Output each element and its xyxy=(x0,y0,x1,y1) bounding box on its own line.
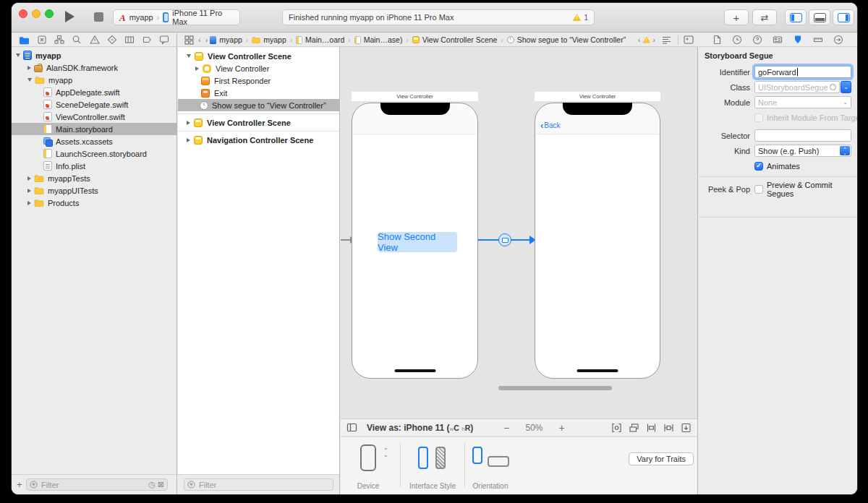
next-issue-icon[interactable]: › xyxy=(652,35,655,44)
outline-toggle-icon[interactable] xyxy=(346,423,357,432)
class-field[interactable]: UIStoryboardSegue xyxy=(754,81,840,93)
editor-swap-button[interactable]: ⇄ xyxy=(752,9,777,25)
file-row[interactable]: Assets.xcassets xyxy=(12,135,176,147)
warning-count[interactable]: 1 xyxy=(584,14,588,22)
connections-inspector-icon[interactable] xyxy=(833,35,843,45)
interface-style-light-icon[interactable] xyxy=(418,447,428,469)
breadcrumb-group[interactable]: myapp xyxy=(252,35,286,44)
breadcrumb-segue[interactable]: Show segue to “View Controller” xyxy=(507,35,626,44)
file-row-framework[interactable]: AlanSDK.framework xyxy=(12,61,176,74)
debug-navigator-icon[interactable] xyxy=(124,35,135,45)
forward-icon[interactable]: › xyxy=(205,35,208,44)
scene2-title-bar[interactable]: View Controller xyxy=(535,92,660,101)
view-controller-1[interactable]: Show Second View xyxy=(352,103,478,379)
show-second-view-button[interactable]: Show Second View xyxy=(378,232,457,252)
back-icon[interactable]: ‹ xyxy=(198,35,201,44)
disclosure-closed-icon[interactable] xyxy=(187,121,190,125)
breadcrumb-project[interactable]: myapp xyxy=(210,35,242,44)
inherit-module-checkbox[interactable] xyxy=(754,113,763,122)
view-as-control[interactable]: View as: iPhone 11 (wC hR) xyxy=(367,423,473,433)
issue-navigator-icon[interactable] xyxy=(90,35,100,45)
identity-inspector-icon[interactable] xyxy=(773,35,783,45)
report-navigator-icon[interactable] xyxy=(159,35,169,45)
disclosure-closed-icon[interactable] xyxy=(187,138,190,142)
disclosure-closed-icon[interactable] xyxy=(195,66,199,71)
outline-row-scene[interactable]: View Controller Scene xyxy=(178,116,339,129)
stop-button[interactable] xyxy=(94,12,103,22)
file-row-group[interactable]: myappUITests xyxy=(12,184,176,197)
animates-checkbox[interactable] xyxy=(754,162,763,171)
file-row-group[interactable]: Products xyxy=(12,197,176,209)
library-add-button[interactable]: + xyxy=(724,9,749,25)
toggle-inspectors-button[interactable] xyxy=(833,9,854,25)
module-field[interactable]: None⌄ xyxy=(754,96,851,108)
orientation-portrait-icon[interactable] xyxy=(472,447,482,464)
update-frames-icon[interactable] xyxy=(611,423,622,433)
issue-warning-icon[interactable] xyxy=(642,37,650,43)
project-navigator-icon[interactable] xyxy=(19,35,30,45)
history-inspector-icon[interactable] xyxy=(732,35,742,45)
disclosure-closed-icon[interactable] xyxy=(27,176,31,181)
file-row[interactable]: LaunchScreen.storyboard xyxy=(12,147,176,160)
quick-help-inspector-icon[interactable] xyxy=(752,35,762,45)
adjust-editor-icon[interactable] xyxy=(662,36,671,44)
scheme-selector[interactable]: A myapp › iPhone 11 Pro Max xyxy=(113,9,240,25)
outline-row-first-responder[interactable]: First Responder xyxy=(178,74,339,87)
disclosure-open-icon[interactable] xyxy=(27,78,32,82)
segue-badge-icon[interactable] xyxy=(498,233,511,246)
file-inspector-icon[interactable] xyxy=(712,35,722,45)
outline-row-scene[interactable]: View Controller Scene xyxy=(178,50,339,62)
zoom-window-button[interactable] xyxy=(45,9,54,18)
outline-filter-input[interactable] xyxy=(197,480,330,490)
resolve-issues-icon[interactable] xyxy=(681,423,692,433)
navigator-filter-input[interactable] xyxy=(40,480,146,490)
jump-to-class-icon[interactable] xyxy=(830,84,836,90)
align-icon[interactable] xyxy=(646,423,657,433)
run-button[interactable] xyxy=(65,11,75,22)
source-control-navigator-icon[interactable] xyxy=(37,35,47,45)
source-control-status-icon[interactable]: ⊠ xyxy=(158,481,164,489)
add-editor-icon[interactable] xyxy=(684,35,694,44)
add-constraints-icon[interactable] xyxy=(663,423,674,433)
file-row[interactable]: SceneDelegate.swift xyxy=(12,98,176,111)
orientation-landscape-icon[interactable] xyxy=(488,456,509,467)
selector-field[interactable] xyxy=(754,129,851,142)
horizontal-scrollbar[interactable] xyxy=(498,386,612,390)
breadcrumb-storyboard[interactable]: Main…oard xyxy=(296,35,344,44)
file-row[interactable]: AppDelegate.swift xyxy=(12,86,176,98)
zoom-level[interactable]: 50% xyxy=(525,423,542,433)
file-row-project[interactable]: myapp xyxy=(12,49,176,61)
add-file-icon[interactable]: + xyxy=(17,479,22,490)
preview-commit-checkbox[interactable] xyxy=(754,185,763,194)
file-row-group[interactable]: myappTests xyxy=(12,172,176,184)
zoom-out-button[interactable]: − xyxy=(503,422,509,434)
file-row[interactable]: ViewController.swift xyxy=(12,111,176,123)
outline-row-view-controller[interactable]: View Controller xyxy=(178,62,339,74)
breadcrumb-storyboard-base[interactable]: Main…ase) xyxy=(354,35,403,44)
scene1-title-bar[interactable]: View Controller xyxy=(352,92,478,101)
symbol-navigator-icon[interactable] xyxy=(54,35,64,45)
recent-files-icon[interactable]: ◷ xyxy=(148,481,156,489)
identifier-field[interactable]: goForward xyxy=(754,66,851,78)
outline-row-nav-scene[interactable]: Navigation Controller Scene xyxy=(178,134,339,146)
kind-stepper-button[interactable]: ⌃⌄ xyxy=(840,146,850,155)
storyboard-canvas[interactable]: View Controller View Controller Show Sec… xyxy=(341,48,697,418)
vary-for-traits-button[interactable]: Vary for Traits xyxy=(629,452,694,465)
device-phone-icon[interactable] xyxy=(360,444,376,471)
zoom-in-button[interactable]: + xyxy=(558,422,564,434)
related-items-icon[interactable] xyxy=(184,35,194,45)
minimize-window-button[interactable] xyxy=(32,9,41,18)
file-row-group[interactable]: myapp xyxy=(12,74,176,86)
interface-style-dark-icon[interactable] xyxy=(435,447,446,469)
previous-issue-icon[interactable]: ‹ xyxy=(638,35,641,44)
outline-filter-field[interactable] xyxy=(184,478,333,491)
class-dropdown-button[interactable]: ⌄ xyxy=(841,81,851,93)
disclosure-closed-icon[interactable] xyxy=(27,66,31,70)
breadcrumb-scene[interactable]: View Controller Scene xyxy=(412,35,498,44)
file-row-selected[interactable]: Main.storyboard xyxy=(12,123,176,135)
outline-row-exit[interactable]: Exit xyxy=(178,87,339,99)
back-nav-item[interactable]: ‹Back xyxy=(540,121,561,129)
file-row[interactable]: Info.plist xyxy=(12,160,176,172)
breakpoint-navigator-icon[interactable] xyxy=(142,35,152,45)
kind-popup[interactable]: Show (e.g. Push)⌃⌄ xyxy=(754,145,851,157)
